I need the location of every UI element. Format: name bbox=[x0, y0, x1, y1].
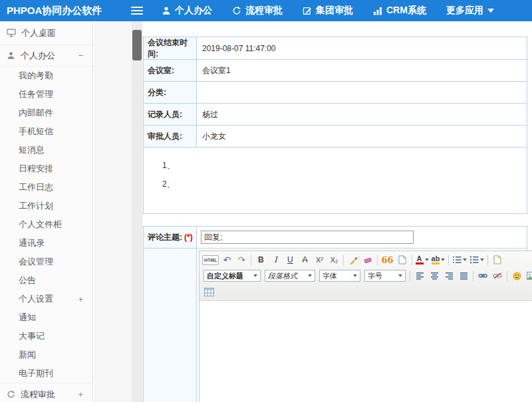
sidebar-item-work-log[interactable]: 工作日志 bbox=[0, 178, 92, 197]
caret-down-icon bbox=[441, 258, 445, 261]
font-family-select[interactable]: 字体 bbox=[319, 270, 360, 282]
underline-icon[interactable]: U bbox=[283, 253, 297, 266]
table-row: 会议室: 会议室1 bbox=[144, 59, 527, 81]
unlink-icon[interactable] bbox=[491, 269, 504, 282]
sidebar-item-tasks[interactable]: 任务管理 bbox=[0, 85, 92, 104]
redo-icon[interactable]: ↷ bbox=[235, 253, 248, 266]
sidebar-item-news[interactable]: 新闻 bbox=[0, 346, 92, 364]
nav-personal-office[interactable]: 个人办公 bbox=[162, 5, 212, 17]
toolbar-row-1: HTML ↶ ↷ B I U A X² X₂ bbox=[201, 252, 532, 268]
comment-editor-cell: HTML ↶ ↷ B I U A X² X₂ bbox=[197, 249, 532, 402]
sidebar-item-label: 通讯录 bbox=[19, 237, 45, 249]
content-gutter bbox=[94, 21, 143, 402]
nav-group-approval[interactable]: 集团审批 bbox=[303, 5, 353, 17]
expand-plus-icon[interactable]: + bbox=[78, 294, 83, 304]
field-label-category: 分类: bbox=[144, 82, 197, 103]
bold-icon[interactable]: B bbox=[254, 253, 267, 266]
paragraph-format-select[interactable]: 段落格式 bbox=[265, 270, 315, 282]
sidebar-item-file-cabinet[interactable]: 个人文件柜 bbox=[0, 215, 92, 234]
unordered-list-icon[interactable] bbox=[469, 253, 485, 266]
sidebar-item-label: 个人桌面 bbox=[21, 27, 56, 39]
editor-content-area[interactable] bbox=[200, 301, 532, 402]
vertical-scrollbar-track[interactable] bbox=[132, 21, 142, 402]
sidebar-item-desktop[interactable]: 个人桌面 bbox=[0, 21, 92, 45]
italic-icon[interactable]: I bbox=[269, 253, 282, 266]
table-icon[interactable] bbox=[202, 285, 215, 298]
remove-format-icon[interactable] bbox=[361, 253, 374, 266]
sidebar-item-notices[interactable]: 通知 bbox=[0, 308, 92, 327]
comment-subject-input[interactable] bbox=[201, 231, 414, 244]
select-label: 字号 bbox=[368, 271, 382, 281]
meeting-content-box: 1、 2、 bbox=[144, 147, 527, 213]
field-value-category bbox=[197, 82, 527, 103]
sidebar-item-announcements[interactable]: 公告 bbox=[0, 271, 92, 290]
align-center-icon[interactable] bbox=[428, 269, 441, 282]
nav-label: 个人办公 bbox=[175, 5, 212, 17]
sidebar: 个人桌面 个人办公 − 我的考勤 任务管理 内部邮件 手机短信 短消息 日程安排… bbox=[0, 21, 93, 402]
heading-select[interactable]: 自定义标题 bbox=[203, 270, 261, 282]
app-logo: PHPOA协同办公软件 bbox=[0, 5, 123, 17]
ordered-list-icon[interactable] bbox=[452, 253, 467, 266]
comment-subject-label: 评论主题: (*) bbox=[144, 227, 197, 248]
superscript-icon[interactable]: X² bbox=[313, 253, 326, 266]
paste-icon[interactable] bbox=[396, 253, 409, 266]
sidebar-section-label: 流程审批 bbox=[21, 389, 55, 401]
emoticon-icon[interactable] bbox=[510, 269, 523, 282]
nav-more-apps[interactable]: 更多应用 bbox=[446, 5, 494, 17]
link-icon[interactable] bbox=[476, 269, 489, 282]
sidebar-item-label: 任务管理 bbox=[19, 88, 53, 100]
font-size-select[interactable]: 字号 bbox=[364, 270, 406, 282]
highlight-color-icon[interactable]: ab bbox=[431, 253, 446, 266]
caret-down-icon bbox=[425, 258, 429, 261]
font-color-icon[interactable]: A bbox=[415, 253, 430, 266]
nav-workflow-approval[interactable]: 流程审批 bbox=[232, 5, 283, 17]
sidebar-item-label: 电子期刊 bbox=[19, 367, 53, 379]
sidebar-item-work-plan[interactable]: 工作计划 bbox=[0, 197, 92, 215]
align-left-icon[interactable] bbox=[413, 269, 426, 282]
sidebar-section-personal-office[interactable]: 个人办公 − bbox=[0, 45, 92, 66]
undo-icon[interactable]: ↶ bbox=[220, 253, 233, 266]
comment-form-table: 评论主题: (*) 评论内容: HTML ↶ bbox=[143, 226, 527, 402]
main-content: 会议结束时间: 2019-08-07 11:47:00 会议室: 会议室1 分类… bbox=[143, 21, 532, 402]
field-label-text: 评论主题: bbox=[148, 232, 182, 243]
field-label-end-time: 会议结束时间: bbox=[144, 37, 197, 59]
sidebar-item-label: 我的考勤 bbox=[19, 70, 53, 82]
nav-crm[interactable]: CRM系统 bbox=[373, 5, 426, 17]
blockquote-icon[interactable]: 66 bbox=[380, 253, 394, 266]
source-code-button[interactable]: HTML bbox=[202, 255, 219, 265]
format-brush-icon[interactable] bbox=[346, 253, 360, 266]
hamburger-menu-icon[interactable] bbox=[131, 7, 143, 15]
sidebar-item-label: 内部邮件 bbox=[19, 107, 53, 119]
sidebar-item-sms[interactable]: 手机短信 bbox=[0, 122, 92, 141]
strikethrough-icon[interactable]: A bbox=[298, 253, 311, 266]
content-line: 1、 bbox=[162, 156, 520, 175]
new-document-icon[interactable] bbox=[491, 253, 504, 266]
sidebar-item-meetings[interactable]: 会议管理 bbox=[0, 252, 92, 271]
nav-label: 更多应用 bbox=[446, 5, 483, 17]
caret-down-icon bbox=[487, 9, 494, 13]
toolbar-row-2: 自定义标题 段落格式 字体 bbox=[201, 268, 532, 284]
align-justify-icon[interactable] bbox=[457, 269, 470, 282]
sidebar-item-label: 手机短信 bbox=[19, 126, 53, 138]
rich-text-editor: HTML ↶ ↷ B I U A X² X₂ bbox=[199, 251, 532, 402]
sidebar-section-workflow-approval[interactable]: 流程审批 + bbox=[0, 383, 92, 402]
sidebar-item-short-message[interactable]: 短消息 bbox=[0, 141, 92, 159]
table-row: 审批人员: 小龙女 bbox=[144, 125, 527, 147]
sidebar-item-major-events[interactable]: 大事记 bbox=[0, 327, 92, 346]
expand-plus-icon[interactable]: + bbox=[78, 389, 83, 399]
image-icon[interactable] bbox=[525, 269, 532, 282]
toolbar-row-3 bbox=[201, 284, 532, 300]
top-navbar: PHPOA协同办公软件 个人办公 流程审批 集团审批 CRM系统 bbox=[0, 0, 532, 21]
sidebar-item-contacts[interactable]: 通讯录 bbox=[0, 234, 92, 252]
sidebar-item-e-journal[interactable]: 电子期刊 bbox=[0, 364, 92, 383]
sidebar-item-internal-mail[interactable]: 内部邮件 bbox=[0, 104, 92, 122]
subscript-icon[interactable]: X₂ bbox=[327, 253, 340, 266]
app-window: PHPOA协同办公软件 个人办公 流程审批 集团审批 CRM系统 bbox=[0, 0, 532, 402]
sidebar-item-label: 通知 bbox=[19, 312, 36, 324]
sidebar-item-schedule[interactable]: 日程安排 bbox=[0, 159, 92, 178]
collapse-minus-icon[interactable]: − bbox=[78, 50, 83, 60]
sidebar-item-attendance[interactable]: 我的考勤 bbox=[0, 66, 92, 85]
align-right-icon[interactable] bbox=[442, 269, 456, 282]
sidebar-item-personal-settings[interactable]: 个人设置 + bbox=[0, 290, 92, 308]
vertical-scrollbar-thumb[interactable] bbox=[132, 30, 142, 60]
